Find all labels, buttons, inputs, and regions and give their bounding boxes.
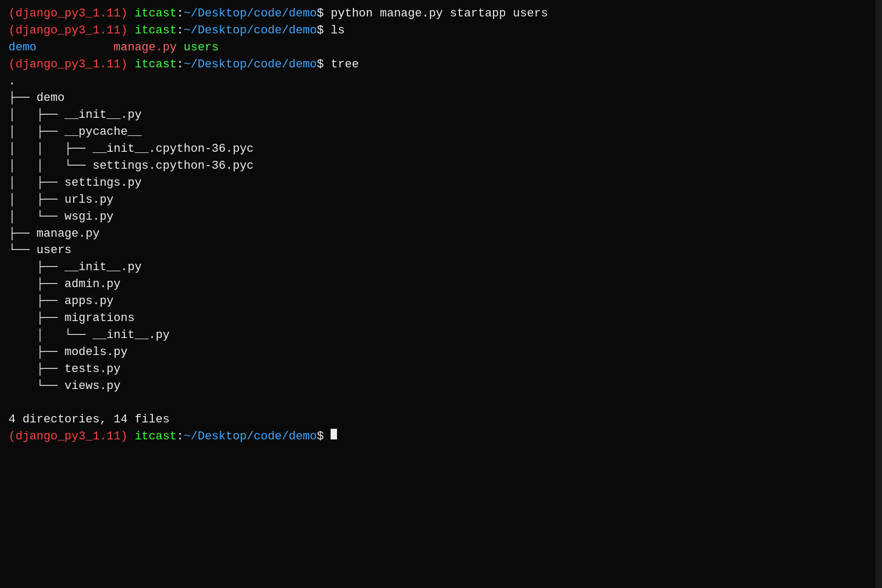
tree-users-init: ├── __init__.py: [8, 259, 874, 276]
final-prompt-env: (django_py3_1.11): [8, 428, 127, 445]
prompt-user-2: itcast: [135, 22, 177, 39]
tree-manage: ├── manage.py: [8, 226, 874, 243]
tree-demo-pycache: │ ├── __pycache__: [8, 124, 874, 141]
tree-demo-pycache-init: │ │ ├── __init__.cpython-36.pyc: [8, 141, 874, 158]
scrollbar[interactable]: [876, 0, 882, 588]
tree-demo-wsgi: │ └── wsgi.py: [8, 209, 874, 226]
command-text-3: tree: [324, 56, 359, 73]
final-prompt-dollar: $: [317, 428, 324, 445]
final-prompt-line[interactable]: (django_py3_1.11) itcast : ~/Desktop/cod…: [8, 428, 874, 445]
tree-demo-settings: │ ├── settings.py: [8, 175, 874, 192]
blank-line: [8, 394, 874, 411]
tree-demo-init: │ ├── __init__.py: [8, 107, 874, 124]
prompt-dollar-2: $: [317, 22, 324, 39]
command-line-3: (django_py3_1.11) itcast : ~/Desktop/cod…: [8, 56, 874, 73]
tree-users-models: ├── models.py: [8, 344, 874, 361]
ls-manage: manage.py: [114, 39, 177, 56]
ls-users: users: [184, 39, 219, 56]
tree-dot: .: [8, 73, 874, 90]
tree-users-tests: ├── tests.py: [8, 361, 874, 378]
prompt-user-3: itcast: [135, 56, 177, 73]
prompt-path-2: ~/Desktop/code/demo: [184, 22, 317, 39]
command-line-2: (django_py3_1.11) itcast : ~/Desktop/cod…: [8, 22, 874, 39]
prompt-env-2: (django_py3_1.11): [8, 22, 127, 39]
prompt-dollar-3: $: [317, 56, 324, 73]
final-prompt-user: itcast: [135, 428, 177, 445]
prompt-path-3: ~/Desktop/code/demo: [184, 56, 317, 73]
tree-users-apps: ├── apps.py: [8, 293, 874, 310]
terminal-cursor: [331, 429, 337, 439]
prompt-env-3: (django_py3_1.11): [8, 56, 127, 73]
tree-demo-pycache-settings: │ │ └── settings.cpython-36.pyc: [8, 158, 874, 175]
prompt-env-1: (django_py3_1.11): [8, 5, 127, 22]
ls-demo: demo: [8, 39, 37, 56]
tree-users-views: └── views.py: [8, 378, 874, 395]
ls-output: demo manage.py users: [8, 39, 874, 56]
prompt-path-1: ~/Desktop/code/demo: [184, 5, 317, 22]
tree-users-migrations: ├── migrations: [8, 310, 874, 327]
summary-text: 4 directories, 14 files: [8, 411, 170, 428]
tree-users-migrations-init: │ └── __init__.py: [8, 327, 874, 344]
prompt-dollar-1: $: [317, 5, 324, 22]
tree-users: └── users: [8, 242, 874, 259]
terminal-window: (django_py3_1.11) itcast : ~/Desktop/cod…: [8, 5, 874, 445]
tree-demo: ├── demo: [8, 90, 874, 107]
final-prompt-path: ~/Desktop/code/demo: [184, 428, 317, 445]
tree-demo-urls: │ ├── urls.py: [8, 192, 874, 209]
command-text-1: python manage.py startapp users: [324, 5, 548, 22]
prompt-user-1: itcast: [135, 5, 177, 22]
tree-users-admin: ├── admin.py: [8, 276, 874, 293]
command-line-1: (django_py3_1.11) itcast : ~/Desktop/cod…: [8, 5, 874, 22]
tree-summary: 4 directories, 14 files: [8, 411, 874, 428]
command-text-2: ls: [324, 22, 345, 39]
